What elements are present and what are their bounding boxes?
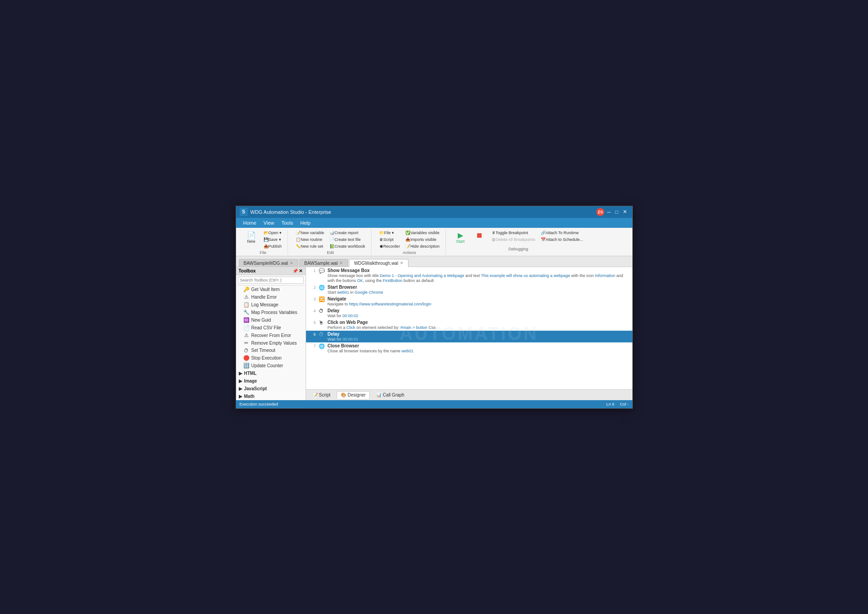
toolbox-item-stop-execution[interactable]: 🛑 Stop Execution: [236, 354, 306, 362]
status-bar: Execution succeeded Ln 6 Col -: [236, 400, 632, 408]
bottom-tab-call-graph[interactable]: 📊 Call Graph: [372, 392, 408, 398]
toolbox-item-map-process[interactable]: 🔧 Map Process Variables: [236, 309, 306, 316]
ribbon-new-variable-btn[interactable]: 📝 New variable: [293, 230, 326, 236]
menu-tools[interactable]: Tools: [278, 219, 297, 226]
menu-view[interactable]: View: [260, 219, 278, 226]
ribbon: 📄 New 📂 Open ▾ 💾 Save ▾ 📤 Publish: [236, 228, 632, 256]
ribbon-delete-breakpoints-btn[interactable]: 🗑 Delete All Breakpoints: [489, 236, 538, 243]
imports-icon: 📥: [405, 237, 410, 242]
toolbox-item-log-message[interactable]: 📋 Log Message: [236, 301, 306, 309]
script-line-3[interactable]: 3 🔀 Navigate Navigate to https://www.sof…: [306, 295, 632, 307]
open-icon: 📂: [264, 231, 269, 235]
tab-bawsample[interactable]: BAWSample.wal ✕: [299, 259, 348, 267]
toolbox-section-math[interactable]: ▶ Math: [236, 392, 306, 400]
toolbox-section-javascript[interactable]: ▶ JavaScript: [236, 385, 306, 392]
ribbon-variables-visible-btn[interactable]: ✅ Variables visible: [403, 230, 442, 236]
script-line-4[interactable]: 4 ⏱ Delay Wait for 00:00:02: [306, 307, 632, 319]
ribbon-new-btn[interactable]: 📄 New: [242, 230, 260, 246]
tab-bawsamplewdg[interactable]: BAWSampleWDG.wal ✕: [239, 259, 299, 267]
script-area-wrapper: 1 💬 Show Message Box Show message box wi…: [306, 267, 632, 400]
app-logo: S: [240, 208, 248, 216]
script-line-6[interactable]: 6 ⏱ Delay Wait for 00:00:01: [306, 331, 632, 342]
toolbox-item-read-csv[interactable]: 📄 Read CSV File: [236, 324, 306, 332]
title-bar: S WDG Automation Studio - Enterprise ZS …: [236, 206, 632, 218]
ribbon-group-actions: 📁 File ▾ 🖥 Script ⏺ Recorder ✅: [373, 230, 446, 255]
ribbon-recorder-btn[interactable]: ⏺ Recorder: [377, 243, 402, 249]
recover-icon: ⚠: [243, 332, 250, 338]
menu-help[interactable]: Help: [297, 219, 314, 226]
csv-icon: 📄: [243, 325, 250, 331]
toolbox-item-recover-error[interactable]: ⚠ Recover From Error: [236, 332, 306, 339]
script-line-1[interactable]: 1 💬 Show Message Box Show message box wi…: [306, 267, 632, 284]
close-button[interactable]: ✕: [621, 208, 629, 216]
line-icon-2: 🌐: [319, 285, 326, 291]
stop-exec-icon: 🛑: [243, 355, 250, 361]
remove-icon: ✂: [243, 340, 250, 346]
recorder-icon: ⏺: [379, 244, 383, 249]
guid-icon: 🆔: [243, 317, 250, 323]
ribbon-create-workbook-btn[interactable]: 📗 Create workbook: [327, 243, 367, 249]
toolbox-pin-icon[interactable]: 📌 ✕: [292, 268, 303, 273]
ribbon-publish-btn[interactable]: 📤 Publish: [261, 243, 284, 249]
toolbox-item-update-counter[interactable]: 🔢 Update Counter: [236, 362, 306, 369]
script-editor: 1 💬 Show Message Box Show message box wi…: [306, 267, 632, 389]
toolbox-item-get-vault-item[interactable]: 🔑 Get Vault Item: [236, 286, 306, 293]
toolbox-section-html[interactable]: ▶ HTML: [236, 369, 306, 377]
script-line-7[interactable]: 7 🌐 Close Browser Close all browser inst…: [306, 342, 632, 354]
ribbon-start-btn[interactable]: ▶ Start: [451, 230, 469, 246]
line-content-7: Close Browser Close all browser instance…: [328, 343, 630, 353]
status-message: Execution succeeded: [240, 402, 279, 406]
bottom-tab-script[interactable]: 📝 Script: [309, 392, 334, 398]
close-tab-bawsample[interactable]: ✕: [339, 261, 343, 265]
ribbon-group-edit: 📝 New variable 📋 New routine 📏 New rule …: [290, 230, 371, 255]
toolbox-section-image[interactable]: ▶ Image: [236, 377, 306, 385]
script-line-2[interactable]: 2 🌐 Start Browser Start web01 in Google …: [306, 284, 632, 295]
save-icon: 💾: [264, 237, 269, 242]
ribbon-imports-visible-btn[interactable]: 📥 Imports visible: [403, 236, 442, 243]
script-lines: 1 💬 Show Message Box Show message box wi…: [306, 267, 632, 389]
bottom-tab-designer[interactable]: 🎨 Designer: [337, 391, 370, 399]
toolbox-item-new-guid[interactable]: 🆔 New Guid: [236, 316, 306, 324]
ribbon-new-rule-set-btn[interactable]: 📏 New rule set: [293, 243, 326, 249]
maximize-button[interactable]: □: [613, 208, 620, 216]
menu-home[interactable]: Home: [240, 219, 260, 226]
line-content-4: Delay Wait for 00:00:02: [328, 308, 630, 318]
script-line-5[interactable]: 5 🖱 Click on Web Page Perform a Click on…: [306, 319, 632, 331]
ribbon-attach-schedule-btn[interactable]: 📅 Attach to Schedule...: [538, 236, 585, 243]
toolbox-item-handle-error[interactable]: ⚠ Handle Error: [236, 293, 306, 301]
ribbon-file-btn[interactable]: 📁 File ▾: [377, 230, 402, 236]
ribbon-toggle-breakpoint-btn[interactable]: ⏸ Toggle Breakpoint: [489, 230, 538, 236]
line-num-7: 7: [309, 343, 316, 348]
tab-wdgwalkthrough[interactable]: WDGWalkthrough.wal ✕: [349, 259, 408, 267]
counter-icon: 🔢: [243, 363, 250, 369]
minimize-button[interactable]: ─: [605, 208, 613, 216]
edit-group-label: Edit: [327, 250, 334, 255]
line-content-6: Delay Wait for 00:00:01: [328, 332, 630, 342]
designer-tab-icon: 🎨: [341, 392, 346, 397]
ribbon-create-report-btn[interactable]: 📊 Create report: [327, 230, 367, 236]
bottom-tabs: 📝 Script 🎨 Designer 📊 Call Graph: [306, 389, 632, 400]
toolbox-item-remove-empty[interactable]: ✂ Remove Empty Values: [236, 339, 306, 347]
ribbon-save-btn[interactable]: 💾 Save ▾: [261, 236, 284, 243]
title-bar-left: S WDG Automation Studio - Enterprise: [240, 208, 331, 216]
ribbon-stop-btn[interactable]: ⏹: [470, 230, 488, 241]
toolbox-search-input[interactable]: [238, 277, 304, 284]
toolbox-item-set-timeout[interactable]: ⏱ Set Timeout: [236, 347, 306, 354]
new-icon: 📄: [247, 232, 256, 239]
map-icon: 🔧: [243, 309, 250, 315]
ribbon-attach-runtime-btn[interactable]: 🔗 Attach To Runtime: [538, 230, 585, 236]
ribbon-script-btn[interactable]: 🖥 Script: [377, 236, 402, 243]
ribbon-open-btn[interactable]: 📂 Open ▾: [261, 230, 284, 236]
ruleset-icon: 📏: [296, 244, 301, 249]
ribbon-create-text-file-btn[interactable]: 📄 Create text file: [327, 236, 367, 243]
file-dropdown-icon: 📁: [379, 231, 384, 235]
ribbon-new-routine-btn[interactable]: 📋 New routine: [293, 236, 326, 243]
ribbon-hide-desc-btn[interactable]: 📝 Hide description: [403, 243, 442, 249]
status-col: Col -: [620, 402, 628, 406]
close-tab-bawsamplewdg[interactable]: ✕: [290, 261, 293, 265]
javascript-expand-icon: ▶: [239, 386, 242, 391]
ribbon-group-file: 📄 New 📂 Open ▾ 💾 Save ▾ 📤 Publish: [239, 230, 288, 255]
variables-icon: ✅: [405, 231, 410, 235]
close-tab-wdgwalkthrough[interactable]: ✕: [400, 261, 404, 265]
call-graph-tab-icon: 📊: [376, 392, 381, 397]
